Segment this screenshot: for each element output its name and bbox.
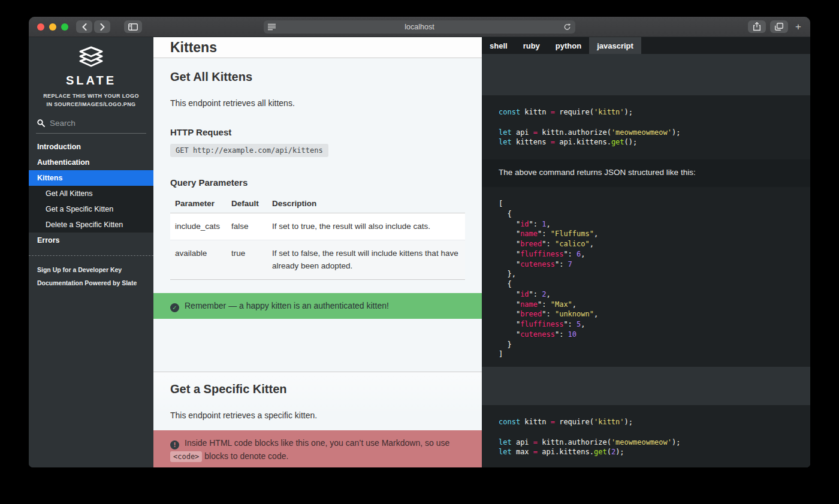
tab-overview-button[interactable] — [770, 20, 788, 33]
code-block-json-response[interactable]: [ { "id": 1, "name": "Fluffums", "breed"… — [482, 187, 810, 367]
lang-tab-shell[interactable]: shell — [482, 37, 515, 54]
url-text: localhost — [405, 23, 434, 31]
new-tab-button[interactable]: + — [792, 21, 804, 33]
sidebar-item-errors[interactable]: Errors — [29, 233, 153, 248]
share-button[interactable] — [748, 20, 766, 33]
table-header-row: ParameterDefaultDescription — [170, 195, 465, 213]
warning-callout: !Inside HTML code blocks like this one, … — [153, 430, 482, 467]
tabs-icon — [775, 23, 783, 31]
query-parameters-table: ParameterDefaultDescription include_cats… — [170, 195, 465, 280]
search-input[interactable]: Search — [36, 117, 146, 134]
traffic-lights — [35, 23, 72, 31]
code-block-get-specific[interactable]: const kittn = require('kittn');let api =… — [482, 405, 810, 467]
close-button[interactable] — [37, 23, 44, 31]
sidebar-icon — [128, 23, 138, 31]
table-body: include_catsfalseIf set to true, the res… — [170, 213, 465, 280]
get-all-kittens-intro: This endpoint retrieves all kittens. — [170, 98, 465, 108]
sidebar: SLATE REPLACE THIS WITH YOUR LOGO IN SOU… — [29, 37, 153, 467]
forward-button[interactable] — [94, 20, 110, 33]
lang-tab-python[interactable]: python — [548, 37, 589, 54]
exclamation-circle-icon: ! — [170, 440, 179, 449]
sidebar-item-introduction[interactable]: Introduction — [29, 139, 153, 155]
code-block-auth[interactable]: const kittn = require('kittn');let api =… — [482, 95, 810, 159]
sidebar-divider — [29, 255, 153, 256]
browser-toolbar: localhost + — [29, 17, 810, 37]
back-button[interactable] — [76, 20, 92, 33]
sidebar-footer: Sign Up for a Developer KeyDocumentation… — [29, 264, 153, 290]
section-get-specific-kitten: Get a Specific Kitten This endpoint retr… — [153, 372, 482, 467]
table-cell: If set to true, the result will also inc… — [267, 213, 465, 240]
table-header: Default — [227, 195, 267, 213]
address-bar[interactable]: localhost — [264, 20, 575, 34]
table-row: include_catsfalseIf set to true, the res… — [170, 213, 465, 240]
search-placeholder: Search — [50, 119, 76, 128]
panel-spacer — [482, 54, 810, 95]
get-specific-kitten-intro: This endpoint retrieves a specific kitte… — [170, 411, 465, 420]
sidebar-nav: IntroductionAuthenticationKittensGet All… — [29, 139, 153, 248]
browser-window: localhost + — [29, 17, 810, 467]
language-tabs: shellrubypythonjavascript — [482, 37, 810, 54]
sidebar-toggle-button[interactable] — [124, 20, 142, 33]
search-icon — [37, 119, 45, 127]
reader-icon[interactable] — [268, 23, 276, 31]
code-annotation: The above command returns JSON structure… — [482, 159, 810, 187]
table-header: Parameter — [170, 195, 227, 213]
sidebar-item-kittens[interactable]: Kittens — [29, 170, 153, 186]
section-get-all-kittens: Get All Kittens This endpoint retrieves … — [153, 58, 482, 372]
share-icon — [753, 22, 760, 31]
query-parameters-heading: Query Parameters — [170, 177, 465, 188]
get-all-kittens-heading: Get All Kittens — [170, 70, 465, 84]
warning-text-before: Inside HTML code blocks like this one, y… — [185, 438, 449, 448]
refresh-icon[interactable] — [563, 23, 571, 31]
sidebar-item-get-all-kittens[interactable]: Get All Kittens — [29, 186, 153, 201]
success-callout: ✓Remember — a happy kitten is an authent… — [153, 293, 482, 319]
table-cell: false — [227, 213, 267, 240]
page-title: Kittens — [153, 37, 482, 58]
table-cell: available — [170, 240, 227, 279]
inline-code-chip: <code> — [170, 451, 202, 462]
success-callout-text: Remember — a happy kitten is an authenti… — [185, 301, 389, 310]
footer-link[interactable]: Sign Up for a Developer Key — [29, 264, 153, 277]
http-request-heading: HTTP Request — [170, 127, 465, 137]
panel-spacer — [482, 367, 810, 405]
sidebar-item-delete-a-specific-kitten[interactable]: Delete a Specific Kitten — [29, 217, 153, 233]
brand-name: SLATE — [29, 74, 153, 87]
code-examples-panel: shellrubypythonjavascript const kittn = … — [482, 37, 810, 467]
footer-link[interactable]: Documentation Powered by Slate — [29, 277, 153, 290]
table-row: availabletrueIf set to false, the result… — [170, 240, 465, 279]
zoom-button[interactable] — [61, 23, 68, 31]
sidebar-item-authentication[interactable]: Authentication — [29, 155, 153, 170]
logo-caption: REPLACE THIS WITH YOUR LOGO IN SOURCE/IM… — [29, 92, 153, 109]
get-specific-kitten-heading: Get a Specific Kitten — [170, 382, 465, 396]
chevron-left-icon — [82, 23, 87, 31]
http-request-code: GET http://example.com/api/kittens — [170, 144, 328, 157]
warning-text-after: blocks to denote code. — [202, 451, 288, 461]
docs-content: Kittens Get All Kittens This endpoint re… — [153, 37, 482, 467]
slate-logo-icon — [74, 45, 108, 69]
table-cell: include_cats — [170, 213, 227, 240]
chevron-right-icon — [100, 23, 105, 31]
lang-tab-javascript[interactable]: javascript — [589, 37, 641, 54]
minimize-button[interactable] — [49, 23, 56, 31]
table-header: Description — [267, 195, 465, 213]
sidebar-item-get-a-specific-kitten[interactable]: Get a Specific Kitten — [29, 201, 153, 217]
table-cell: true — [227, 240, 267, 279]
lang-tab-ruby[interactable]: ruby — [515, 37, 548, 54]
table-cell: If set to false, the result will include… — [267, 240, 465, 279]
check-circle-icon: ✓ — [170, 303, 179, 312]
